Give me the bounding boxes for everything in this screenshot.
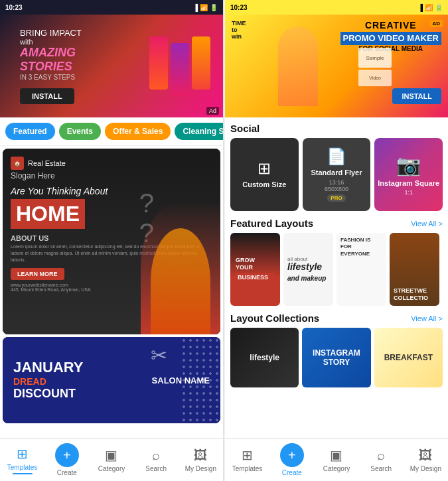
dread-text: DREAD <box>13 376 84 387</box>
fashion-text: FASHION ISFOREVERYONE <box>340 237 382 257</box>
layouts-row: GROWYOUR BUSINESS all about lifestyleand… <box>230 233 443 306</box>
featured-view-all[interactable]: View All > <box>411 220 443 228</box>
january-title: JANUARY <box>13 360 84 376</box>
stories-text: STORIES <box>20 60 82 74</box>
discount-text: DISCOUNT <box>13 387 84 401</box>
right-status-bar: 10:23 ▐ 📶 🔋 <box>225 0 448 15</box>
street-text: STREETWECOLLECTIO <box>394 287 428 302</box>
promo-video-text: PROMO VIDEO MAKER <box>340 32 441 45</box>
collections-row: lifestyle INSTAGRAMSTORY BREAKFAST <box>230 328 443 387</box>
flyer-icon: 📄 <box>327 147 346 166</box>
instagram-story-collection[interactable]: INSTAGRAMSTORY <box>302 328 370 387</box>
breakfast-collection[interactable]: BREAKFAST <box>374 328 443 387</box>
instagram-square-card[interactable]: 📷 Instagram Square 1:1 <box>374 138 443 211</box>
nav-mydesign-right[interactable]: 🖼 My Design <box>409 448 442 472</box>
category-label-left: Category <box>98 465 125 472</box>
left-status-icons: ▐ 📶 🔋 <box>193 4 218 11</box>
nav-search-right[interactable]: ⌕ Search <box>364 448 398 472</box>
breakfast-coll-text: BREAKFAST <box>384 353 433 362</box>
mydesign-label-right: My Design <box>410 465 441 472</box>
collections-view-all[interactable]: View All > <box>411 314 443 322</box>
search-icon-right: ⌕ <box>377 448 385 463</box>
nav-templates-right[interactable]: ⊞ Templates <box>231 447 264 472</box>
create-label-left: Create <box>57 469 77 476</box>
template-list: 🏠 Real Estate Slogan Here Are You Thinki… <box>0 146 223 438</box>
january-card: JANUARY DREAD DISCOUNT ✂ SALON NAME <box>3 337 220 423</box>
real-estate-template[interactable]: 🏠 Real Estate Slogan Here Are You Thinki… <box>3 149 220 334</box>
standard-flyer-card[interactable]: 📄 Standard Flyer 13:16650X800 PRO <box>303 138 371 211</box>
left-bottom-nav: ⊞ Templates + Create ▣ Category ⌕ Search… <box>0 438 223 481</box>
left-ad-text: BRING IMPACT with AMAZING STORIES IN 3 E… <box>20 28 82 81</box>
nav-mydesign-left[interactable]: 🖼 My Design <box>184 448 217 472</box>
question-text: Are You Thinking About <box>11 186 212 196</box>
category-icon-left: ▣ <box>105 447 117 463</box>
featured-layouts-section: Featured Layouts View All > GROWYOUR BUS… <box>230 218 443 306</box>
nav-category-left[interactable]: ▣ Category <box>95 447 128 472</box>
featured-layouts-header: Featured Layouts View All > <box>230 218 443 229</box>
custom-size-icon: ⊞ <box>258 159 271 178</box>
right-panel: 10:23 ▐ 📶 🔋 TIME to win CREATIVE PROMO V… <box>225 0 448 481</box>
pro-badge: PRO <box>327 194 345 202</box>
person-image <box>141 202 220 334</box>
social-title: Social <box>230 123 260 134</box>
left-panel: 10:23 ▐ 📶 🔋 BRING IMPACT with AMAZING ST… <box>0 0 224 481</box>
business-text: BUSINESS <box>236 273 275 282</box>
right-battery-icon: 🔋 <box>435 4 443 11</box>
right-time: 10:23 <box>230 4 248 11</box>
left-install-button[interactable]: INSTALL <box>20 88 74 104</box>
tab-offer-sales[interactable]: Offer & Sales <box>105 123 171 140</box>
create-plus-right[interactable]: + <box>280 443 304 467</box>
left-time: 10:23 <box>5 4 23 11</box>
home-text: HOME <box>11 199 85 229</box>
product-screenshots: Sample Video <box>358 48 392 86</box>
with-text: with <box>20 38 82 46</box>
grow-business-card[interactable]: GROWYOUR BUSINESS <box>230 233 280 306</box>
tab-featured[interactable]: Featured <box>5 123 55 140</box>
category-label-right: Category <box>323 465 350 472</box>
collections-title: Layout Collections <box>230 312 319 324</box>
templates-underline <box>13 473 33 474</box>
nav-create-left[interactable]: + Create <box>50 443 84 476</box>
january-template[interactable]: JANUARY DREAD DISCOUNT ✂ SALON NAME <box>3 337 220 423</box>
left-ad-banner[interactable]: BRING IMPACT with AMAZING STORIES IN 3 E… <box>0 15 223 117</box>
create-plus-left[interactable]: + <box>55 443 79 467</box>
tab-cleaning[interactable]: Cleaning S... <box>175 123 223 140</box>
nav-templates-left[interactable]: ⊞ Templates <box>6 446 39 474</box>
tab-events[interactable]: Events <box>59 123 101 140</box>
street-card[interactable]: STREETWECOLLECTIO <box>390 233 439 306</box>
story-coll-text: INSTAGRAMSTORY <box>313 348 360 368</box>
right-wifi-icon: 📶 <box>425 4 433 11</box>
search-label-right: Search <box>370 465 392 472</box>
templates-icon-right: ⊞ <box>242 447 253 463</box>
lifestyle-coll-text: lifestyle <box>250 353 279 362</box>
real-estate-card: 🏠 Real Estate Slogan Here Are You Thinki… <box>3 149 220 334</box>
lifestyle-collection[interactable]: lifestyle <box>230 328 299 387</box>
lifestyle-card[interactable]: all about lifestyleand makeup <box>283 233 333 306</box>
social-header: Social <box>230 123 443 134</box>
custom-size-label: Custom Size <box>242 180 286 189</box>
fashion-card[interactable]: FASHION ISFOREVERYONE <box>336 233 386 306</box>
collections-header: Layout Collections View All > <box>230 312 443 324</box>
left-status-bar: 10:23 ▐ 📶 🔋 <box>0 0 223 15</box>
instagram-label: Instagram Square <box>378 179 439 188</box>
right-signal-icon: ▐ <box>418 4 423 11</box>
nav-create-right[interactable]: + Create <box>275 443 309 476</box>
nav-search-left[interactable]: ⌕ Search <box>139 448 173 472</box>
featured-layouts-title: Featured Layouts <box>230 218 313 229</box>
learn-more-btn[interactable]: LEARN MORE <box>11 268 64 280</box>
logo-area: 🏠 Real Estate <box>11 157 212 170</box>
nav-category-right[interactable]: ▣ Category <box>320 447 353 472</box>
bottom-spacer <box>230 394 443 401</box>
logo-icon: 🏠 <box>11 157 24 170</box>
mydesign-icon-left: 🖼 <box>194 448 207 463</box>
templates-label-right: Templates <box>232 465 263 472</box>
time-win-text: TIME to win <box>232 20 246 40</box>
create-label-right: Create <box>282 469 302 476</box>
right-ad-banner[interactable]: TIME to win CREATIVE PROMO VIDEO MAKER F… <box>225 15 448 117</box>
custom-size-card[interactable]: ⊞ Custom Size <box>230 138 299 211</box>
search-icon-left: ⌕ <box>152 448 160 463</box>
right-install-button[interactable]: INSTALL <box>392 88 441 104</box>
january-text-block: JANUARY DREAD DISCOUNT <box>13 360 84 400</box>
signal-icon: ▐ <box>193 4 198 11</box>
lifestyle-text: lifestyleand makeup <box>287 262 329 283</box>
